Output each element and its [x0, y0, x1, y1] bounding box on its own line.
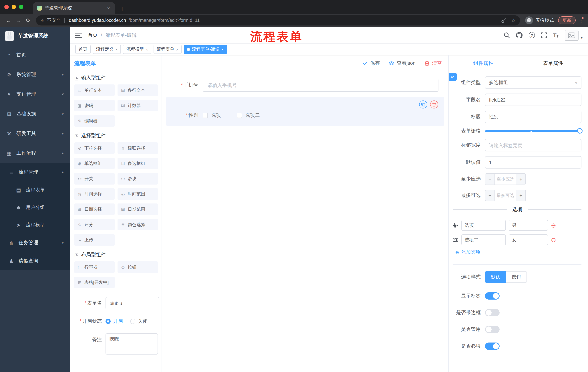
help-icon[interactable] [529, 32, 535, 38]
tag-process-model[interactable]: 流程模型 × [123, 45, 151, 54]
tag-close-icon[interactable]: × [221, 47, 224, 52]
remove-option-icon[interactable]: ⊖ [551, 237, 556, 243]
chip-row-container[interactable]: ▢行容器 [74, 261, 115, 273]
new-tab-button[interactable]: + [120, 5, 124, 12]
option-label-input[interactable] [461, 220, 506, 231]
sidebar-item-home[interactable]: ⌂ 首页 [0, 45, 70, 65]
gender-option-2[interactable]: 选项二 [237, 112, 260, 119]
address-bar[interactable]: ⚠ 不安全 dashboard.yudao.iocoder.cn /bpm/ma… [36, 15, 520, 25]
sidebar-logo[interactable]: 芋道管理系统 [0, 27, 70, 45]
option-value-input[interactable] [509, 220, 548, 231]
view-json-button[interactable]: 查看json [388, 60, 416, 66]
decrement-button[interactable]: − [485, 174, 495, 185]
tag-close-icon[interactable]: × [115, 47, 118, 52]
clear-button[interactable]: 清空 [424, 60, 442, 66]
chip-table[interactable]: ⊞表格[开发中] [74, 277, 115, 288]
chip-counter[interactable]: 123计数器 [117, 100, 158, 111]
browser-menu-icon[interactable]: ⋮ [578, 18, 583, 23]
fullscreen-icon[interactable] [541, 32, 547, 38]
field-name-input[interactable] [485, 94, 581, 106]
avatar[interactable] [565, 30, 579, 41]
chip-password[interactable]: ▣密码 [74, 100, 115, 111]
remove-option-icon[interactable]: ⊖ [551, 222, 556, 228]
chip-cascader[interactable]: ⋔级联选择 [117, 142, 158, 154]
link-affix-icon[interactable]: ∞ [449, 73, 457, 81]
status-radio-on[interactable]: 开启 [105, 318, 123, 325]
key-icon[interactable] [501, 18, 507, 23]
chip-select[interactable]: ⊙下拉选择 [74, 142, 115, 154]
chip-editor[interactable]: ✎编辑器 [74, 115, 115, 127]
increment-button[interactable]: + [516, 190, 525, 201]
sidebar-item-process-model[interactable]: ➤ 流程模型 [0, 216, 70, 234]
copy-component-button[interactable] [419, 100, 427, 108]
phone-input[interactable] [203, 79, 439, 92]
font-size-icon[interactable] [553, 32, 559, 38]
chip-date-range[interactable]: ▩日期范围 [117, 203, 158, 215]
tab-component-props[interactable]: 组件属性 [449, 55, 518, 71]
option-label-input[interactable] [461, 234, 506, 245]
browser-tab[interactable]: 芋道管理系统 × [33, 2, 115, 14]
sidebar-item-devtools[interactable]: ⚒ 研发工具 ∨ [0, 124, 70, 143]
chip-single-line-text[interactable]: ▭单行文本 [74, 85, 115, 96]
sidebar-item-infrastructure[interactable]: ⊞ 基础设施 ∨ [0, 104, 70, 124]
label-width-input[interactable] [485, 139, 581, 151]
chip-radio-group[interactable]: ◉单选框组 [74, 158, 115, 169]
show-label-switch[interactable] [485, 292, 500, 299]
tag-process-form-edit[interactable]: 流程表单-编辑 × [184, 45, 227, 54]
chip-switch[interactable]: ⊶开关 [74, 173, 115, 185]
slider-handle[interactable] [577, 128, 583, 134]
checkbox[interactable] [237, 113, 242, 118]
delete-component-button[interactable] [430, 100, 438, 108]
sidebar-item-process-management[interactable]: ≣ 流程管理 ∧ [0, 163, 70, 181]
chip-date-picker[interactable]: ▦日期选择 [74, 203, 115, 215]
sidebar-item-system[interactable]: ⚙ 系统管理 ∨ [0, 65, 70, 85]
disabled-switch[interactable] [485, 326, 500, 333]
component-type-select[interactable]: 多选框组 ∨ [485, 76, 581, 89]
status-radio-off[interactable]: 关闭 [130, 318, 148, 325]
sidebar-item-workflow[interactable]: ▦ 工作流程 ∧ [0, 143, 70, 163]
increment-button[interactable]: + [516, 174, 525, 185]
reload-icon[interactable]: ⟳ [23, 17, 33, 24]
search-icon[interactable] [504, 32, 510, 38]
chip-checkbox-group[interactable]: ☑多选框组 [117, 158, 158, 169]
style-button-button[interactable]: 按钮 [506, 271, 527, 283]
back-icon[interactable]: ← [4, 17, 13, 23]
bookmark-star-icon[interactable]: ☆ [511, 18, 515, 23]
tab-form-props[interactable]: 表单属性 [518, 55, 588, 71]
sidebar-item-user-groups[interactable]: ☻ 用户分组 [0, 199, 70, 216]
chip-slider[interactable]: ⊷滑块 [117, 173, 158, 185]
tag-process-definition[interactable]: 流程定义 × [93, 45, 121, 54]
sidebar-item-payment[interactable]: ¥ 支付管理 ∨ [0, 85, 70, 104]
tab-close-icon[interactable]: × [106, 5, 111, 11]
tag-close-icon[interactable]: × [176, 47, 178, 52]
save-button[interactable]: 保存 [362, 60, 380, 66]
tag-process-form[interactable]: 流程表单 × [154, 45, 182, 54]
forward-icon[interactable]: → [13, 17, 23, 23]
chip-button[interactable]: ◇按钮 [117, 261, 158, 273]
style-default-button[interactable]: 默认 [485, 271, 506, 283]
min-select-stepper[interactable]: − 至少应选 + [485, 173, 526, 185]
chip-upload[interactable]: ☁上传 [74, 234, 115, 246]
window-minimize-button[interactable] [12, 5, 16, 9]
sidebar-item-process-form[interactable]: ▤ 流程表单 [0, 181, 70, 199]
add-option-button[interactable]: ⊕ 添加选项 [455, 249, 581, 255]
checkbox[interactable] [203, 113, 208, 118]
canvas-field-phone[interactable]: *手机号 [166, 76, 444, 95]
option-value-input[interactable] [509, 234, 548, 245]
remark-textarea[interactable]: 嘿嘿 [105, 333, 158, 354]
window-close-button[interactable] [4, 5, 9, 9]
canvas-field-gender-selected[interactable]: *性别 选项一 选项二 [166, 97, 444, 126]
chip-time-picker[interactable]: ◷时间选择 [74, 188, 115, 200]
tag-close-icon[interactable]: × [146, 47, 148, 52]
default-value-input[interactable] [485, 156, 581, 169]
window-zoom-button[interactable] [19, 5, 23, 9]
decrement-button[interactable]: − [485, 190, 495, 201]
sidebar-item-task-management[interactable]: ⋔ 任务管理 ∨ [0, 234, 70, 252]
form-grid-slider[interactable] [485, 128, 581, 134]
drag-handle-icon[interactable] [453, 223, 459, 228]
sidebar-item-leave-query[interactable]: ♟ 请假查询 [0, 252, 70, 270]
tag-home[interactable]: 首页 [75, 45, 91, 54]
title-input[interactable] [485, 111, 581, 123]
chip-multi-line-text[interactable]: ▤多行文本 [117, 85, 158, 96]
chip-color-picker[interactable]: ⊛颜色选择 [117, 219, 158, 230]
